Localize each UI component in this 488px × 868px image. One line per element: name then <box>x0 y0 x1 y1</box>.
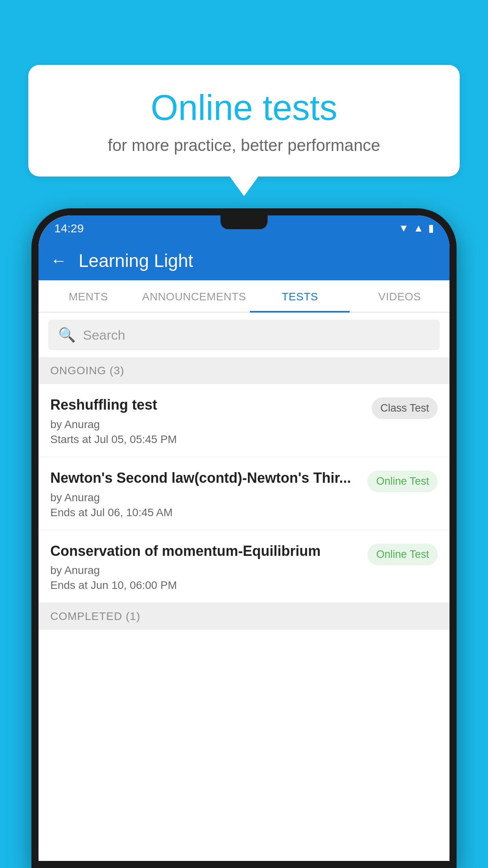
tab-announcements[interactable]: ANNOUNCEMENTS <box>138 280 250 312</box>
test-item-date: Ends at Jul 06, 10:45 AM <box>50 506 360 519</box>
test-list: Reshuffling test by Anurag Starts at Jul… <box>39 384 449 861</box>
wifi-icon: ▼ <box>399 222 409 234</box>
bubble-subtitle: for more practice, better performance <box>48 136 440 155</box>
test-item-author: by Anurag <box>50 564 360 577</box>
phone-screen: 14:29 ▼ ▲ ▮ ← Learning Light MENTS ANNOU… <box>39 215 449 861</box>
test-item[interactable]: Reshuffling test by Anurag Starts at Jul… <box>39 384 449 457</box>
speech-bubble: Online tests for more practice, better p… <box>28 65 460 177</box>
tab-tests[interactable]: TESTS <box>250 280 350 312</box>
ongoing-section-header: ONGOING (3) <box>39 357 449 384</box>
test-item[interactable]: Conservation of momentum-Equilibrium by … <box>39 530 449 603</box>
app-bar: ← Learning Light <box>39 241 449 280</box>
tab-ments[interactable]: MENTS <box>39 280 138 312</box>
test-item-name: Reshuffling test <box>50 396 364 414</box>
test-item-name: Conservation of momentum-Equilibrium <box>50 542 360 561</box>
search-placeholder: Search <box>83 327 125 343</box>
test-badge-class: Class Test <box>372 397 438 419</box>
completed-section-header: COMPLETED (1) <box>39 603 449 630</box>
status-time: 14:29 <box>54 222 84 235</box>
test-item-info: Reshuffling test by Anurag Starts at Jul… <box>50 396 364 446</box>
test-item[interactable]: Newton's Second law(contd)-Newton's Thir… <box>39 457 449 530</box>
test-item-author: by Anurag <box>50 418 364 431</box>
test-item-info: Newton's Second law(contd)-Newton's Thir… <box>50 469 360 519</box>
test-badge-online-2: Online Test <box>367 544 438 565</box>
test-item-date: Starts at Jul 05, 05:45 PM <box>50 433 364 446</box>
test-item-name: Newton's Second law(contd)-Newton's Thir… <box>50 469 360 487</box>
tab-bar: MENTS ANNOUNCEMENTS TESTS VIDEOS <box>39 280 449 313</box>
phone-notch <box>220 215 268 229</box>
signal-icon: ▲ <box>413 222 424 234</box>
back-button[interactable]: ← <box>50 251 67 270</box>
search-box[interactable]: 🔍 Search <box>48 320 440 350</box>
test-item-author: by Anurag <box>50 491 360 504</box>
app-bar-title: Learning Light <box>79 250 193 271</box>
search-icon: 🔍 <box>58 327 76 343</box>
test-item-info: Conservation of momentum-Equilibrium by … <box>50 542 360 592</box>
search-container: 🔍 Search <box>39 313 449 357</box>
status-icons: ▼ ▲ ▮ <box>399 222 434 234</box>
test-badge-online: Online Test <box>367 471 438 492</box>
phone-frame: 14:29 ▼ ▲ ▮ ← Learning Light MENTS ANNOU… <box>31 208 457 868</box>
test-item-date: Ends at Jun 10, 06:00 PM <box>50 579 360 592</box>
battery-icon: ▮ <box>428 222 434 234</box>
tab-videos[interactable]: VIDEOS <box>350 280 449 312</box>
bubble-title: Online tests <box>48 88 440 127</box>
